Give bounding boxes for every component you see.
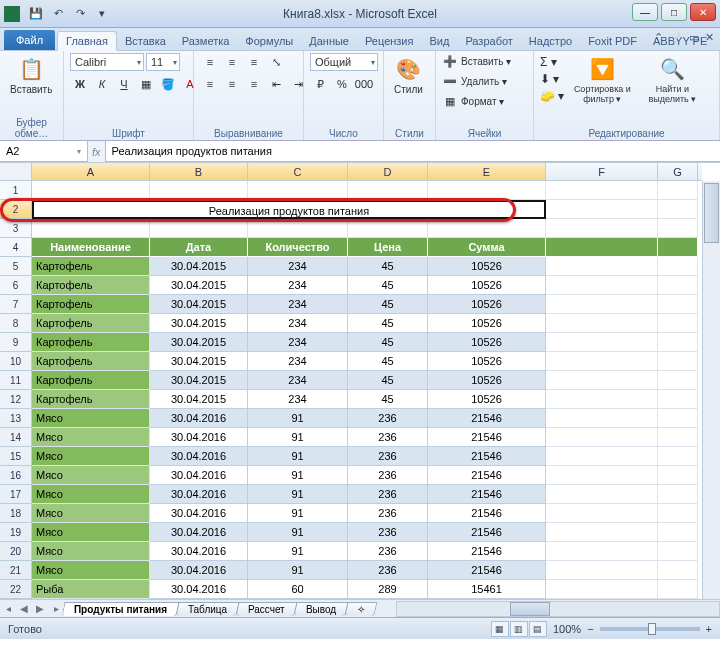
cell[interactable]: 234 [248, 371, 348, 390]
cell[interactable] [32, 219, 150, 238]
cell[interactable]: Мясо [32, 561, 150, 580]
cell[interactable]: 21546 [428, 561, 546, 580]
cell[interactable] [248, 219, 348, 238]
cell[interactable]: 236 [348, 523, 428, 542]
cell[interactable] [546, 485, 658, 504]
cell[interactable] [658, 466, 698, 485]
cell[interactable] [546, 561, 658, 580]
tab-insert[interactable]: Вставка [117, 32, 174, 50]
cell[interactable] [546, 409, 658, 428]
orientation-button[interactable]: ⤡ [266, 53, 286, 71]
cell[interactable] [658, 580, 698, 599]
cell[interactable] [658, 200, 698, 219]
cell[interactable]: Мясо [32, 504, 150, 523]
cell[interactable] [658, 238, 698, 257]
cell[interactable] [658, 542, 698, 561]
formula-input[interactable]: Реализация продуктов питания [105, 141, 720, 162]
cell[interactable] [658, 504, 698, 523]
tab-foxit[interactable]: Foxit PDF [580, 32, 645, 50]
cell[interactable]: 30.04.2015 [150, 314, 248, 333]
maximize-button[interactable]: □ [661, 3, 687, 21]
font-name-combo[interactable]: Calibri [70, 53, 144, 71]
cell[interactable]: Цена [348, 238, 428, 257]
cell[interactable]: 21546 [428, 466, 546, 485]
cell[interactable]: 45 [348, 295, 428, 314]
cell[interactable] [658, 181, 698, 200]
cell[interactable] [546, 504, 658, 523]
cell[interactable]: Мясо [32, 485, 150, 504]
find-select-button[interactable]: 🔍Найти и выделить ▾ [640, 53, 704, 106]
cell[interactable]: 21546 [428, 447, 546, 466]
cell[interactable]: 91 [248, 409, 348, 428]
cell[interactable]: 91 [248, 485, 348, 504]
cell[interactable]: 10526 [428, 390, 546, 409]
row-header-17[interactable]: 17 [0, 485, 31, 504]
cell[interactable]: 30.04.2015 [150, 276, 248, 295]
cell[interactable] [658, 561, 698, 580]
cell[interactable]: 45 [348, 371, 428, 390]
tab-home[interactable]: Главная [57, 31, 117, 51]
cell[interactable] [546, 257, 658, 276]
cell[interactable] [546, 580, 658, 599]
cell[interactable] [546, 466, 658, 485]
cell[interactable]: 21546 [428, 504, 546, 523]
cell[interactable]: 234 [248, 333, 348, 352]
cell[interactable]: 10526 [428, 314, 546, 333]
cell[interactable]: 30.04.2016 [150, 580, 248, 599]
indent-dec-button[interactable]: ⇤ [266, 75, 286, 93]
align-center-button[interactable]: ≡ [222, 75, 242, 93]
cell[interactable]: 21546 [428, 409, 546, 428]
cell[interactable]: 30.04.2016 [150, 466, 248, 485]
cell[interactable] [348, 181, 428, 200]
cell[interactable]: 45 [348, 276, 428, 295]
cell[interactable] [546, 181, 658, 200]
cell[interactable]: Мясо [32, 447, 150, 466]
cell[interactable] [546, 352, 658, 371]
row-header-6[interactable]: 6 [0, 276, 31, 295]
cell[interactable]: Сумма [428, 238, 546, 257]
underline-button[interactable]: Ч [114, 75, 134, 93]
zoom-slider[interactable] [600, 627, 700, 631]
align-left-button[interactable]: ≡ [200, 75, 220, 93]
cell[interactable]: 91 [248, 504, 348, 523]
cell[interactable] [658, 352, 698, 371]
cell[interactable]: Картофель [32, 371, 150, 390]
cell[interactable] [546, 333, 658, 352]
row-header-3[interactable]: 3 [0, 219, 31, 238]
cell[interactable] [546, 371, 658, 390]
cell[interactable]: 30.04.2015 [150, 390, 248, 409]
tab-addins[interactable]: Надстро [521, 32, 580, 50]
zoom-level[interactable]: 100% [553, 623, 581, 635]
vertical-scrollbar[interactable] [702, 181, 720, 599]
cell[interactable] [150, 219, 248, 238]
column-header-E[interactable]: E [428, 163, 546, 180]
qat-customize-icon[interactable]: ▾ [92, 5, 112, 23]
cell[interactable]: 91 [248, 428, 348, 447]
cell[interactable]: 45 [348, 333, 428, 352]
comma-button[interactable]: 000 [354, 75, 374, 93]
bold-button[interactable]: Ж [70, 75, 90, 93]
cell[interactable] [248, 181, 348, 200]
tab-formulas[interactable]: Формулы [237, 32, 301, 50]
cell[interactable]: 30.04.2015 [150, 371, 248, 390]
cell[interactable]: 10526 [428, 333, 546, 352]
window-restore-icon[interactable]: ▭ [689, 31, 699, 44]
row-header-16[interactable]: 16 [0, 466, 31, 485]
align-middle-button[interactable]: ≡ [222, 53, 242, 71]
cell[interactable]: 60 [248, 580, 348, 599]
cell[interactable]: 45 [348, 314, 428, 333]
column-header-G[interactable]: G [658, 163, 698, 180]
cell[interactable] [658, 409, 698, 428]
row-header-7[interactable]: 7 [0, 295, 31, 314]
sheet-nav[interactable]: ◂◀▶▸ [0, 603, 64, 614]
new-sheet-button[interactable]: ✧ [345, 602, 378, 616]
cell[interactable] [546, 542, 658, 561]
currency-button[interactable]: ₽ [310, 75, 330, 93]
cell[interactable]: Картофель [32, 276, 150, 295]
cell[interactable]: 236 [348, 561, 428, 580]
undo-button[interactable]: ↶ [48, 5, 68, 23]
italic-button[interactable]: К [92, 75, 112, 93]
minimize-button[interactable]: — [632, 3, 658, 21]
sheet-tab-1[interactable]: Продукты питания [62, 602, 180, 616]
help-icon[interactable]: ❔ [669, 31, 683, 44]
